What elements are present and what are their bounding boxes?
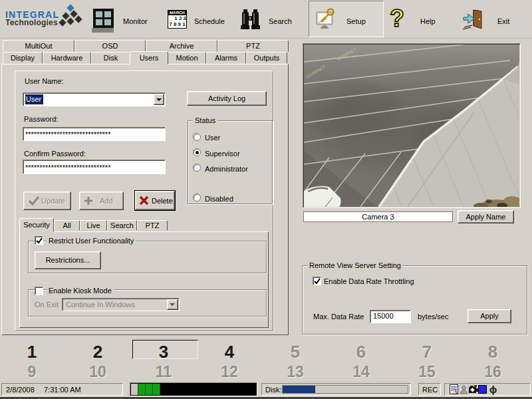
- svg-text:A: A: [453, 388, 458, 395]
